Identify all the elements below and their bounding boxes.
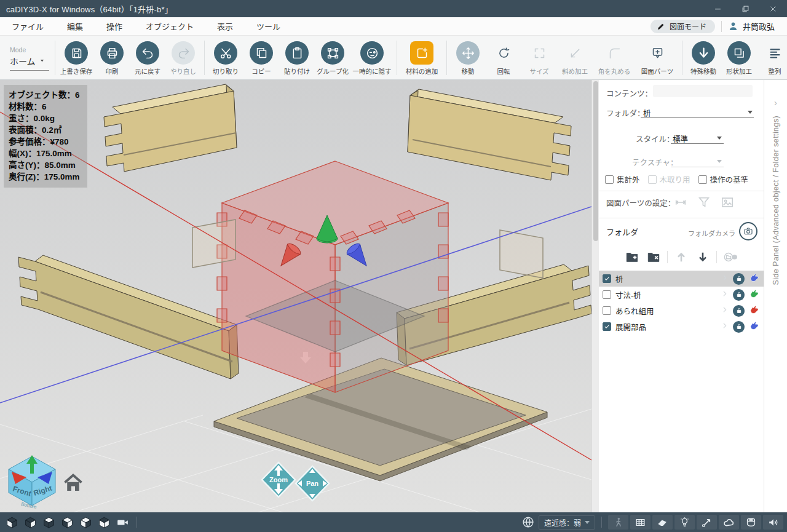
folder-lock-icon[interactable] [733,321,745,333]
view-preset-left-button[interactable] [4,515,20,530]
username: 井筒政弘 [743,20,775,32]
folder-expand-chevron-icon[interactable] [721,274,729,284]
move-button[interactable]: 移動 [450,39,486,76]
folder-row[interactable]: 展開部品 [599,319,764,335]
drawing-mode-button[interactable]: 図面モード [651,20,715,33]
shape-edit-button[interactable]: 形状加工 [721,39,757,76]
style-field-underline [671,133,724,144]
material-stump-button[interactable] [741,515,761,530]
folder-expand-chevron-icon[interactable] [721,290,729,300]
info-line: 高さ(Y)：85.0mm [9,159,80,171]
folder-visibility-checkbox[interactable] [603,274,611,283]
folder-name: 展開部品 [615,321,716,333]
grid-button[interactable] [630,515,651,530]
panel-scrollbar[interactable] [591,80,599,512]
folder-visibility-checkbox[interactable] [603,322,611,331]
content-input[interactable] [653,85,753,97]
measure-button[interactable] [697,515,717,530]
rotate-button[interactable]: 回転 [486,39,521,76]
restore-button[interactable] [732,0,759,17]
copy-button[interactable]: コピー [243,39,279,76]
minimize-button[interactable] [704,0,732,17]
style-dropdown-caret[interactable] [717,137,722,140]
toolbar-separator [55,41,55,75]
folder-camera-button[interactable] [739,222,757,240]
info-line: 幅(X)：175.0mm [9,148,80,159]
folder-visibility-checkbox[interactable] [603,290,611,299]
folder-lock-icon[interactable] [733,305,745,317]
folder-lock-icon[interactable] [733,289,745,301]
checkbox-box [648,175,657,184]
user-account[interactable]: 井筒政弘 [728,20,778,32]
viewport-3d[interactable]: オブジェクト数：6材料数：6重さ：0.0kg表面積：0.2㎡参考価格：¥780幅… [0,80,591,512]
cut-button[interactable]: 切り取り [208,39,243,76]
folder-add-button[interactable] [624,250,640,264]
checkbox-box[interactable] [698,175,707,184]
folder-material-icon[interactable] [749,288,761,301]
add-material-button[interactable]: 材料の追加 [400,39,443,76]
lighting-button[interactable] [674,515,695,530]
drawing-part-button[interactable]: 図面パーツ [636,39,679,76]
drawing-parts-label: 図面パーツの設定： [606,197,675,208]
folder-material-icon[interactable] [749,272,761,285]
save-button[interactable]: 上書き保存 [58,39,94,76]
folder-expand-chevron-icon[interactable] [721,306,729,316]
sound-button[interactable] [763,515,783,530]
home-view-button[interactable] [61,472,85,494]
menu-item-4[interactable]: 表示 [205,20,245,32]
print-button[interactable]: 印刷 [94,39,130,76]
special-move-button[interactable]: 特殊移動 [686,39,721,76]
folder-toggle-button[interactable] [722,250,738,264]
folder-row[interactable]: 寸法-枡 [599,287,764,303]
panel-collapse-strip: › Side Panel (Advanced object / Folder s… [764,80,787,512]
checkbox-集計外[interactable]: 集計外 [605,173,640,185]
menu-item-0[interactable]: ファイル [0,20,55,32]
chevron-down-icon [39,58,45,63]
checkbox-操作の基準[interactable]: 操作の基準 [698,173,749,185]
folder-row[interactable]: 枡 [599,271,764,287]
walkthrough-camera-icon[interactable] [114,515,130,530]
folder-material-icon[interactable] [749,320,761,333]
view-preset-iso-right-button[interactable] [59,515,75,530]
menu-right: 図面モード 井筒政弘 [651,20,787,33]
menu-item-1[interactable]: 編集 [55,20,95,32]
arrow-down-button[interactable] [695,250,711,264]
undo-button[interactable]: 元に戻す [130,39,165,76]
align-button[interactable]: 整列 [757,39,787,76]
texture-dropdown-caret[interactable] [717,160,722,163]
mode-selector[interactable]: Mode ホーム [4,44,49,72]
paste-button[interactable]: 貼り付け [279,39,315,76]
move-icon [462,47,475,60]
toolbar-separator [397,41,397,75]
view-cube[interactable]: Front Right Bottom [4,453,60,509]
zoom-control[interactable]: Zoom [261,461,296,498]
cloud-button[interactable] [719,515,739,530]
folder-row[interactable]: あられ組用 [599,303,764,319]
scene-canvas[interactable] [0,80,591,512]
pan-control[interactable]: Pan [295,465,330,502]
close-button[interactable] [759,0,787,17]
group-button[interactable]: グループ化 [315,39,350,76]
perspective-dropdown[interactable]: 遠近感：弱 [539,515,595,530]
folder-visibility-checkbox[interactable] [603,306,611,315]
folder-del-button[interactable] [646,250,662,264]
selected-assembly-box[interactable] [217,161,448,392]
folder-expand-chevron-icon[interactable] [721,322,729,332]
hide-face-button[interactable]: 一時的に隠す [350,39,394,76]
view-preset-iso-left-button[interactable] [77,515,93,530]
folder-lock-icon[interactable] [733,273,745,285]
menu-item-2[interactable]: 操作 [95,20,134,32]
checkbox-box[interactable] [605,175,614,184]
folder-material-icon[interactable] [749,304,761,317]
collapse-chevron-icon[interactable]: › [774,97,777,108]
scrollbar-thumb[interactable] [593,81,598,241]
eraser-button[interactable] [652,515,673,530]
view-preset-bottom-button[interactable] [96,515,112,530]
menu-item-3[interactable]: オブジェクト [134,20,205,32]
view-preset-right-button[interactable] [22,515,38,530]
globe-icon[interactable] [520,514,536,530]
folder-dropdown-caret[interactable] [748,111,753,114]
folder-field-label: フォルダ： [606,107,645,119]
view-preset-top-button[interactable] [41,515,57,530]
menu-item-5[interactable]: ツール [245,20,292,32]
